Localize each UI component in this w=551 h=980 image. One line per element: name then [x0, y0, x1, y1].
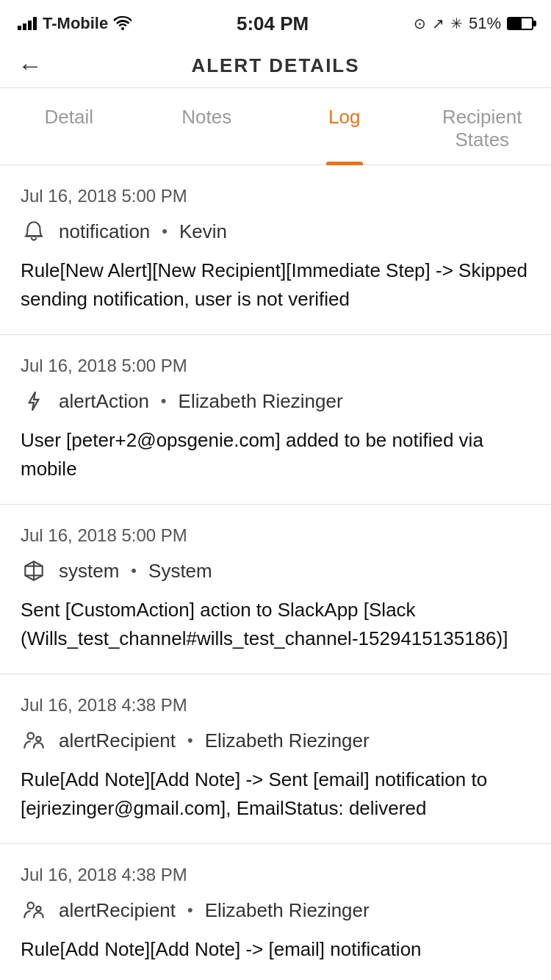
tabs-bar: Detail Notes Log Recipient States	[0, 88, 551, 165]
log-message: User [peter+2@opsgenie.com] added to be …	[21, 426, 530, 483]
battery-percent: 51%	[469, 14, 501, 33]
log-type: alertRecipient	[59, 729, 176, 752]
page-title: ALERT DETAILS	[191, 54, 359, 77]
log-entry-3: Jul 16, 2018 5:00 PM system • System Sen…	[0, 505, 551, 674]
log-user: Kevin	[179, 220, 227, 243]
log-type: notification	[59, 220, 150, 243]
log-user: Elizabeth Riezinger	[179, 390, 343, 413]
log-message: Rule[New Alert][New Recipient][Immediate…	[21, 256, 530, 314]
log-timestamp: Jul 16, 2018 5:00 PM	[21, 525, 530, 546]
status-left: T-Mobile	[18, 14, 132, 33]
tab-log[interactable]: Log	[276, 88, 414, 165]
alertRecipient-icon	[21, 897, 47, 923]
log-message: Rule[Add Note][Add Note] -> Sent [email]…	[21, 765, 530, 823]
alertRecipient-icon	[21, 727, 47, 754]
status-right: ⊙ ↗ ✳ 51%	[414, 14, 533, 33]
log-timestamp: Jul 16, 2018 4:38 PM	[21, 865, 530, 885]
log-entry-4: Jul 16, 2018 4:38 PM alertRecipient • El…	[0, 674, 551, 844]
log-user: Elizabeth Riezinger	[205, 729, 370, 752]
log-type: alertRecipient	[59, 899, 176, 922]
tab-detail[interactable]: Detail	[0, 88, 138, 165]
svg-point-5	[28, 732, 35, 739]
bullet-separator: •	[131, 561, 137, 580]
log-timestamp: Jul 16, 2018 5:00 PM	[21, 356, 530, 376]
status-bar: T-Mobile 5:04 PM ⊙ ↗ ✳ 51%	[0, 0, 551, 44]
log-user: System	[148, 560, 212, 583]
notification-icon	[21, 218, 47, 245]
svg-point-8	[36, 907, 40, 911]
log-meta: system • System	[21, 558, 530, 584]
log-timestamp: Jul 16, 2018 4:38 PM	[21, 695, 530, 716]
log-user: Elizabeth Riezinger	[205, 899, 370, 922]
signal-icon	[18, 17, 37, 30]
status-time: 5:04 PM	[237, 12, 309, 35]
log-meta: alertRecipient • Elizabeth Riezinger	[21, 727, 530, 754]
tab-notes[interactable]: Notes	[138, 88, 276, 165]
log-list: Jul 16, 2018 5:00 PM notification • Kevi…	[0, 165, 551, 980]
log-meta: notification • Kevin	[21, 218, 530, 245]
log-entry-5: Jul 16, 2018 4:38 PM alertRecipient • El…	[0, 844, 551, 980]
log-message: Rule[Add Note][Add Note] -> [email] noti…	[21, 935, 530, 964]
bullet-separator: •	[187, 731, 193, 750]
battery-icon	[507, 17, 533, 30]
log-meta: alertAction • Elizabeth Riezinger	[21, 388, 530, 414]
log-type: alertAction	[59, 390, 149, 413]
carrier-label: T-Mobile	[43, 14, 108, 33]
system-icon	[21, 558, 47, 584]
tab-recipient-states[interactable]: Recipient States	[414, 88, 552, 165]
bullet-separator: •	[162, 222, 168, 241]
bluetooth-icon: ✳	[450, 15, 463, 32]
log-meta: alertRecipient • Elizabeth Riezinger	[21, 897, 530, 923]
log-timestamp: Jul 16, 2018 5:00 PM	[21, 186, 530, 206]
log-message: Sent [CustomAction] action to SlackApp […	[21, 596, 530, 653]
location-icon: ⊙	[414, 15, 426, 32]
back-button[interactable]: ←	[18, 51, 43, 80]
bullet-separator: •	[161, 392, 167, 411]
log-entry-2: Jul 16, 2018 5:00 PM alertAction • Eliza…	[0, 335, 551, 505]
log-entry-1: Jul 16, 2018 5:00 PM notification • Kevi…	[0, 165, 551, 335]
bullet-separator: •	[187, 901, 193, 920]
arrow-icon: ↗	[432, 15, 444, 32]
alertAction-icon	[21, 388, 47, 414]
log-type: system	[59, 560, 119, 583]
header: ← ALERT DETAILS	[0, 44, 551, 88]
wifi-icon	[114, 16, 132, 31]
svg-point-6	[36, 737, 40, 741]
svg-point-7	[28, 902, 35, 909]
